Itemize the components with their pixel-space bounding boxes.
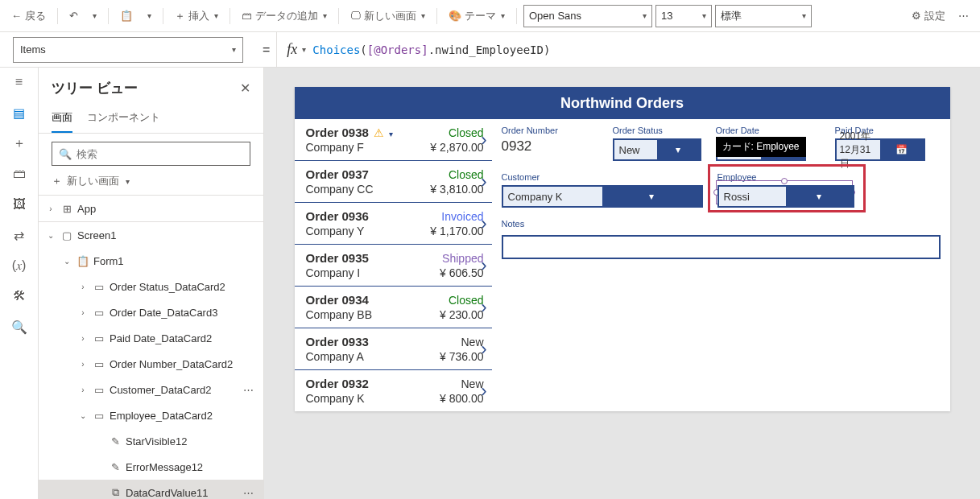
insert-button[interactable]: ＋ 挿入 ▾ <box>170 6 223 27</box>
form-icon: 📋 <box>76 254 90 268</box>
tree-node-card[interactable]: ›▭Order Date_DataCard3 <box>39 299 263 325</box>
calendar-icon: 📅 <box>880 140 924 159</box>
chevron-right-icon[interactable]: › <box>481 339 486 360</box>
order-row[interactable]: Order 0938⚠ ▾Closed Company F¥ 2,870.00 … <box>295 119 492 161</box>
tools-icon[interactable]: 🛠 <box>11 288 27 304</box>
tree-node-form1[interactable]: ⌄ 📋 Form1 <box>39 248 263 274</box>
order-row[interactable]: Order 0932NewCompany K¥ 800.00› <box>295 370 492 411</box>
card-icon: ▭ <box>92 305 106 320</box>
order-row[interactable]: Order 0934ClosedCompany BB¥ 230.00› <box>295 287 492 328</box>
chevron-down-icon: ▾ <box>657 140 700 159</box>
label-icon: ✎ <box>108 434 122 448</box>
more-button[interactable]: ⋯ <box>953 6 974 25</box>
data-icon[interactable]: 🗃 <box>11 166 27 182</box>
paste-split[interactable]: ▾ <box>141 8 156 23</box>
app-canvas[interactable]: Northwind Orders Order 0938⚠ ▾Closed Com… <box>295 87 950 411</box>
left-rail: ≡ ▤ ＋ 🗃 🖼 ⇄ (𝑥) 🛠 🔍 <box>0 68 39 499</box>
customer-label: Customer <box>502 172 703 182</box>
chevron-right-icon[interactable]: › <box>481 381 486 402</box>
tree-view-icon[interactable]: ▤ <box>11 105 27 121</box>
chevron-down-icon: ▾ <box>602 187 701 206</box>
screen-icon: 🖵 <box>350 10 361 22</box>
new-screen-link[interactable]: ＋ 新しい画面 ▾ <box>39 171 263 195</box>
card-tooltip: カード: Employee <box>716 137 806 157</box>
chevron-down-icon: ▾ <box>786 187 853 206</box>
screen-icon: ▢ <box>60 228 74 242</box>
undo-button[interactable]: ↶ <box>64 6 83 25</box>
insert-icon[interactable]: ＋ <box>11 135 27 151</box>
order-row[interactable]: Order 0935ShippedCompany I¥ 606.50› <box>295 245 492 287</box>
card-icon: ▭ <box>92 382 106 397</box>
card-icon: ▭ <box>92 331 106 345</box>
settings-button[interactable]: ⚙ 設定 <box>907 6 950 27</box>
equals-sign: = <box>256 43 276 57</box>
tree-node-card[interactable]: ›▭Order Status_DataCard2 <box>39 274 263 299</box>
label-icon: ✎ <box>108 460 122 474</box>
canvas-area: Northwind Orders Order 0938⚠ ▾Closed Com… <box>264 68 980 499</box>
tree-node-card[interactable]: ›▭Paid Date_DataCard2 <box>39 325 263 351</box>
order-status-combo[interactable]: New▾ <box>613 138 701 161</box>
order-gallery[interactable]: Order 0938⚠ ▾Closed Company F¥ 2,870.00 … <box>295 119 492 411</box>
tree-title: ツリー ビュー <box>52 79 138 97</box>
font-name-select[interactable]: Open Sans▾ <box>523 5 652 27</box>
tree-node-card[interactable]: ⌄▭Employee_DataCard2 <box>39 402 263 428</box>
more-icon[interactable]: ⋯ <box>240 487 257 499</box>
employee-combo[interactable]: Rossi▾ <box>717 185 854 208</box>
tree-view-panel: ツリー ビュー ✕ 画面 コンポーネント 🔍 ＋ 新しい画面 ▾ › ⊞ App <box>39 68 264 499</box>
order-date-label: Order Date <box>716 126 821 135</box>
detail-form: Order Number 0932 Order Status New▾ Orde… <box>492 119 950 411</box>
flows-icon[interactable]: ⇄ <box>11 227 27 243</box>
tree-node-card[interactable]: ›▭Order Number_DataCard2 <box>39 351 263 377</box>
back-label: 戻る <box>25 9 46 23</box>
tree-node-leaf[interactable]: ✎StarVisible12 <box>39 428 263 454</box>
variables-icon[interactable]: (𝑥) <box>11 258 27 274</box>
chevron-right-icon[interactable]: › <box>481 130 486 151</box>
hamburger-icon[interactable]: ≡ <box>11 74 27 90</box>
formula-input[interactable]: Choices([@Orders].nwind_EmployeeID) <box>306 43 550 56</box>
tab-components[interactable]: コンポーネント <box>87 105 160 133</box>
chevron-right-icon[interactable]: › <box>481 297 486 318</box>
paid-date-picker[interactable]: 2001年12月31日📅 <box>835 138 925 161</box>
order-row[interactable]: Order 0937ClosedCompany CC¥ 3,810.00› <box>295 161 492 203</box>
chevron-right-icon[interactable]: › <box>481 171 486 192</box>
notes-label: Notes <box>502 219 941 229</box>
paste-button[interactable]: 📋 <box>115 6 138 25</box>
search-input[interactable]: 🔍 <box>52 142 250 166</box>
more-icon[interactable]: ⋯ <box>240 384 257 396</box>
tree-node-leaf[interactable]: ⧉DataCardValue11⋯ <box>39 480 263 499</box>
card-icon: ▭ <box>92 357 106 371</box>
theme-button[interactable]: 🎨 テーマ ▾ <box>444 6 510 27</box>
tab-screens[interactable]: 画面 <box>52 105 72 133</box>
tree-node-app[interactable]: › ⊞ App <box>39 196 263 221</box>
order-status-label: Order Status <box>613 126 701 135</box>
notes-input[interactable] <box>502 235 941 259</box>
property-selector[interactable]: Items▾ <box>13 37 243 63</box>
tree-node-screen1[interactable]: ⌄ ▢ Screen1 <box>39 222 263 248</box>
chevron-right-icon[interactable]: › <box>481 255 486 276</box>
close-icon[interactable]: ✕ <box>240 80 250 96</box>
formula-bar: Items▾ = fx▾ Choices([@Orders].nwind_Emp… <box>0 32 980 68</box>
add-data-button[interactable]: 🗃 データの追加 ▾ <box>237 6 332 27</box>
app-icon: ⊞ <box>60 201 74 216</box>
card-icon: ▭ <box>92 279 106 294</box>
tree-node-card[interactable]: ›▭Customer_DataCard2⋯ <box>39 377 263 402</box>
search-icon: 🔍 <box>59 148 72 160</box>
warning-icon: ⚠ <box>374 126 384 139</box>
tree-node-leaf[interactable]: ✎ErrorMessage12 <box>39 454 263 480</box>
ribbon: ← 戻る ↶ ▾ 📋 ▾ ＋ 挿入 ▾ 🗃 データの追加 ▾ 🖵 新しい画面 ▾… <box>0 0 980 32</box>
app-title: Northwind Orders <box>295 87 950 119</box>
fx-icon[interactable]: fx <box>283 41 300 58</box>
media-icon[interactable]: 🖼 <box>11 196 27 212</box>
font-size-select[interactable]: 13▾ <box>655 5 712 27</box>
search-icon[interactable]: 🔍 <box>11 319 27 335</box>
new-screen-button[interactable]: 🖵 新しい画面 ▾ <box>345 6 430 27</box>
chevron-right-icon[interactable]: › <box>481 213 486 234</box>
order-number-label: Order Number <box>502 126 598 135</box>
order-row[interactable]: Order 0936InvoicedCompany Y¥ 1,170.00› <box>295 203 492 245</box>
undo-split[interactable]: ▾ <box>86 8 101 23</box>
font-weight-select[interactable]: 標準▾ <box>715 5 812 27</box>
customer-combo[interactable]: Company K▾ <box>502 185 703 208</box>
back-button[interactable]: ← 戻る <box>6 6 51 27</box>
order-row[interactable]: Order 0933NewCompany A¥ 736.00› <box>295 328 492 370</box>
palette-icon: 🎨 <box>449 10 461 22</box>
